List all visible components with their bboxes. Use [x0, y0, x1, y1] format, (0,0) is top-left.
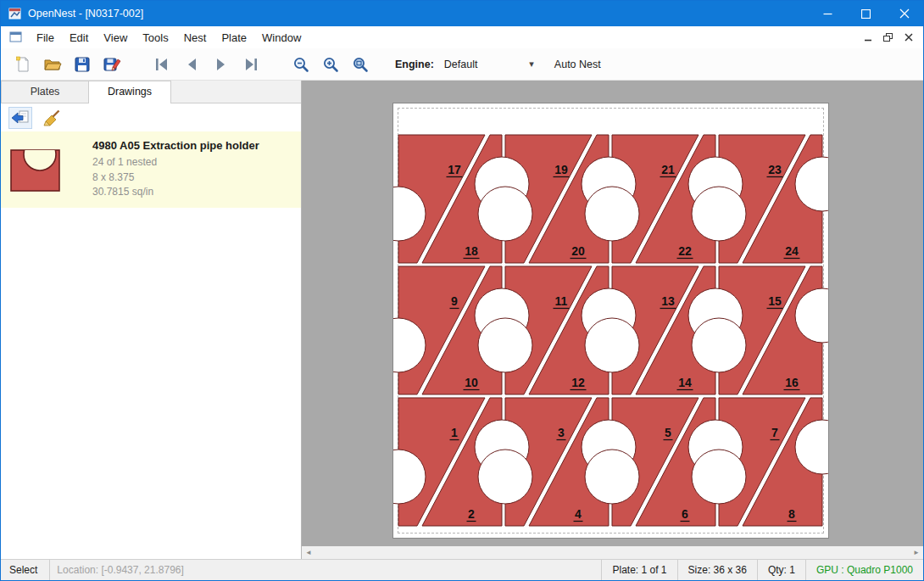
status-gpu: GPU : Quadro P1000: [805, 560, 923, 580]
menu-bar: File Edit View Tools Nest Plate Window: [1, 26, 923, 48]
new-button[interactable]: [8, 52, 37, 77]
engine-select[interactable]: Default ▾: [439, 54, 539, 75]
menu-nest[interactable]: Nest: [176, 28, 214, 47]
part-number-label: 8: [788, 507, 795, 521]
chevron-down-icon: ▾: [529, 59, 534, 70]
pipe-notch: [585, 450, 639, 504]
plate: 171819202122232491011121314151612345678: [392, 103, 829, 539]
part-number-label: 15: [768, 294, 782, 308]
mdi-restore-button[interactable]: [879, 29, 897, 46]
menu-tools[interactable]: Tools: [135, 28, 175, 47]
drawing-size: 8 x 8.375: [92, 170, 259, 185]
part-number-label: 1: [451, 426, 458, 439]
status-size: Size: 36 x 36: [677, 560, 757, 580]
part-number-label: 10: [465, 376, 478, 389]
pipe-notch: [585, 318, 639, 372]
pipe-notch: [692, 450, 746, 504]
sidebar-tabs: Plates Drawings: [1, 81, 301, 103]
engine-value: Default: [444, 59, 478, 70]
status-plate: Plate: 1 of 1: [601, 560, 676, 580]
zoom-fit-button[interactable]: [345, 52, 375, 77]
zoom-out-button[interactable]: [286, 52, 315, 77]
part-number-label: 24: [785, 244, 799, 258]
pipe-notch: [478, 450, 532, 504]
part-number-label: 14: [678, 376, 692, 389]
tab-plates[interactable]: Plates: [1, 81, 89, 103]
app-icon: [8, 7, 22, 20]
save-edit-button[interactable]: [97, 52, 126, 77]
status-qty: Qty: 1: [757, 560, 805, 580]
horizontal-scrollbar[interactable]: ◄ ►: [302, 546, 923, 559]
mdi-close-button[interactable]: [899, 29, 917, 46]
scroll-left-icon[interactable]: ◄: [305, 549, 312, 556]
pipe-notch: [692, 187, 746, 241]
close-button[interactable]: [885, 1, 923, 26]
drawing-nested-count: 24 of 1 nested: [92, 155, 259, 170]
window-title: OpenNest - [N0317-002]: [28, 8, 143, 20]
part-number-label: 21: [661, 163, 675, 176]
status-location: Location: [-0.9437, 21.8796]: [50, 560, 183, 580]
sidebar-footer: [1, 546, 302, 559]
part-number-label: 7: [771, 426, 778, 439]
part-number-label: 12: [571, 376, 585, 389]
part-number-label: 17: [448, 163, 461, 176]
part-number-label: 18: [465, 244, 478, 258]
auto-nest-label[interactable]: Auto Nest: [554, 59, 601, 70]
part-thumbnail: [9, 146, 62, 193]
go-last-button[interactable]: [236, 52, 265, 77]
part-number-label: 19: [554, 163, 568, 176]
pipe-notch: [585, 187, 639, 241]
go-first-button[interactable]: [147, 52, 176, 77]
mdi-minimize-button[interactable]: [859, 29, 877, 46]
main-toolbar: Engine: Default ▾ Auto Nest: [1, 48, 923, 81]
minimize-button[interactable]: [809, 1, 847, 26]
bottom-strip: ◄ ►: [1, 546, 923, 559]
tab-drawings[interactable]: Drawings: [88, 81, 171, 103]
drawing-area: 30.7815 sq/in: [92, 185, 259, 199]
part-number-label: 11: [555, 294, 568, 308]
nest-canvas[interactable]: 171819202122232491011121314151612345678: [302, 81, 923, 546]
menu-file[interactable]: File: [29, 28, 62, 47]
pipe-notch: [692, 318, 746, 372]
part-number-label: 20: [571, 244, 585, 258]
status-bar: Select Location: [-0.9437, 21.8796] Plat…: [1, 559, 923, 580]
clean-button[interactable]: [40, 107, 64, 129]
menu-edit[interactable]: Edit: [62, 28, 96, 47]
title-bar: OpenNest - [N0317-002]: [1, 1, 923, 26]
part-number-label: 3: [558, 426, 565, 439]
menu-plate[interactable]: Plate: [214, 28, 254, 47]
part-number-label: 13: [661, 294, 675, 308]
maximize-button[interactable]: [847, 1, 885, 26]
part-number-label: 9: [451, 294, 458, 308]
part-number-label: 2: [468, 507, 475, 521]
zoom-in-button[interactable]: [315, 52, 345, 77]
sidebar: Plates Drawings: [1, 81, 302, 546]
open-button[interactable]: [37, 52, 67, 77]
part-number-label: 4: [575, 507, 582, 521]
document-window-icon[interactable]: [9, 31, 23, 43]
part-number-label: 22: [678, 244, 692, 258]
part-number-label: 6: [682, 507, 688, 521]
pipe-notch: [478, 187, 532, 241]
engine-label: Engine:: [395, 59, 434, 70]
part-number-label: 5: [665, 426, 671, 439]
save-button[interactable]: [67, 52, 97, 77]
part-number-label: 16: [785, 376, 799, 389]
mdi-window-controls: [859, 29, 917, 46]
scroll-right-icon[interactable]: ►: [913, 549, 920, 556]
menu-view[interactable]: View: [96, 28, 135, 47]
pipe-notch: [478, 318, 532, 372]
nested-parts-layout: 171819202122232491011121314151612345678: [393, 103, 828, 538]
replace-drawing-button[interactable]: [8, 107, 32, 129]
drawing-list-item[interactable]: 4980 A05 Extraction pipe holder 24 of 1 …: [1, 131, 301, 208]
go-previous-button[interactable]: [176, 52, 206, 77]
app-window: OpenNest - [N0317-002] File Edit View To…: [0, 0, 924, 581]
menu-window[interactable]: Window: [254, 28, 309, 47]
drawing-title: 4980 A05 Extraction pipe holder: [92, 139, 259, 152]
go-next-button[interactable]: [206, 52, 236, 77]
part-number-label: 23: [768, 163, 782, 176]
status-mode: Select: [1, 560, 50, 580]
drawings-toolbar: [1, 103, 301, 131]
